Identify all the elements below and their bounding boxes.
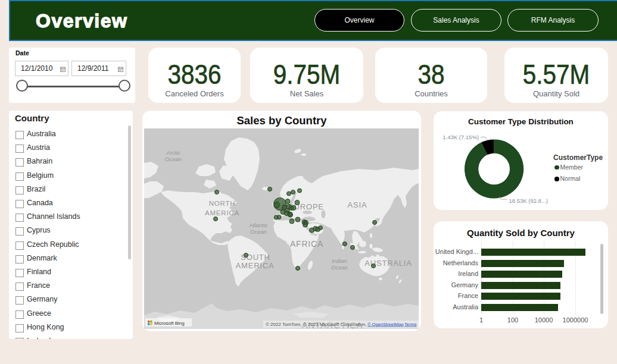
svg-text:Ocean: Ocean: [165, 156, 182, 162]
svg-text:Ocean: Ocean: [250, 228, 267, 235]
svg-text:Microsoft Bing: Microsoft Bing: [154, 321, 185, 326]
svg-text:AMERICA: AMERICA: [236, 261, 275, 270]
svg-text:Arctic: Arctic: [166, 149, 180, 156]
svg-text:ASIA: ASIA: [348, 200, 367, 209]
svg-text:NORTH: NORTH: [209, 200, 236, 207]
svg-text:© 2022 TomTom, © 2023 Microsof: © 2022 TomTom, © 2023 Microsoft Corporat…: [266, 322, 367, 327]
svg-text:Indian: Indian: [332, 258, 347, 264]
svg-text:© OpenStreetMap: © OpenStreetMap: [367, 322, 404, 327]
svg-text:AFRICA: AFRICA: [290, 239, 323, 249]
svg-text:Atlantic: Atlantic: [249, 222, 267, 228]
svg-text:Terms: Terms: [404, 322, 417, 327]
svg-text:AMERICA: AMERICA: [205, 209, 239, 216]
svg-text:Ocean: Ocean: [331, 264, 348, 271]
